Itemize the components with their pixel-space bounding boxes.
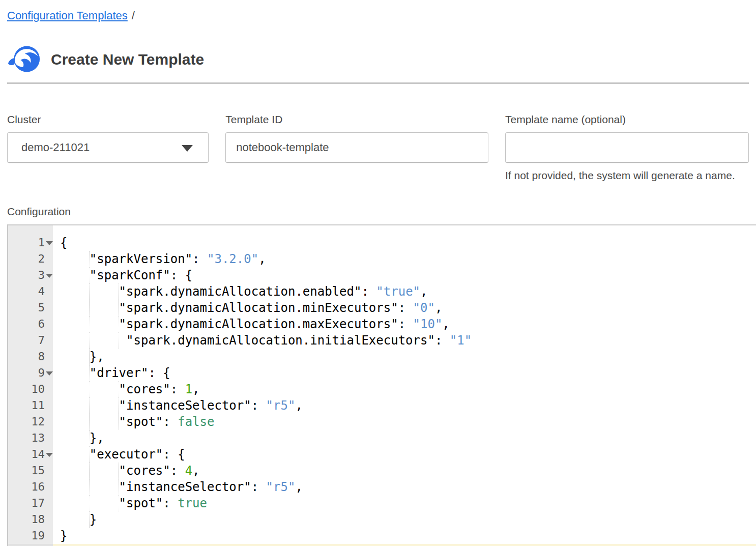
gutter-line-number: 15 [8,463,53,479]
code-line[interactable]: } [53,511,756,528]
indent-guide [90,414,119,430]
code-line[interactable]: "instanceSelector": "r5", [53,397,756,414]
gutter-line-number: 18 [8,511,53,528]
gutter-line-number: 7 [8,332,53,349]
cluster-field: Cluster demo-211021 [7,113,209,182]
indent-guide [60,251,90,267]
gutter-line-number: 8 [8,349,53,365]
code-line[interactable]: "driver": { [53,365,756,381]
cluster-selected-value: demo-211021 [21,141,90,154]
gutter-line-number: 20 [8,544,53,546]
indent-guide [60,397,90,414]
gutter-line-number: 9 [8,365,53,381]
indent-guide [90,495,119,511]
template-id-field: Template ID [225,113,488,182]
code-line[interactable]: "executor": { [53,446,756,463]
template-id-label: Template ID [225,113,488,126]
gutter-line-number: 12 [8,414,53,430]
code-line[interactable]: { [53,235,756,251]
indent-guide [60,283,90,300]
cluster-select[interactable]: demo-211021 [7,132,209,163]
code-line[interactable]: "sparkVersion": "3.2.0", [53,251,756,267]
fold-arrow-icon[interactable] [46,453,53,457]
ocean-logo-icon [7,45,41,74]
gutter-line-number: 11 [8,397,53,414]
indent-guide [90,381,119,397]
indent-guide [60,300,90,316]
code-line[interactable]: "spark.dynamicAllocation.enabled": "true… [53,283,756,300]
gutter-line-number: 4 [8,283,53,300]
fold-arrow-icon[interactable] [46,241,53,245]
template-id-input[interactable] [225,132,488,163]
indent-guide [60,332,90,349]
code-line[interactable]: "cores": 4, [53,463,756,479]
indent-guide [90,332,119,349]
indent-guide [60,495,90,511]
code-line[interactable]: "spot": true [53,495,756,511]
code-line[interactable]: } [53,528,756,544]
indent-guide [60,446,90,463]
code-line[interactable]: "spark.dynamicAllocation.initialExecutor… [53,332,756,349]
code-line[interactable]: "instanceSelector": "r5", [53,479,756,495]
code-line[interactable]: "sparkConf": { [53,267,756,283]
indent-guide [60,381,90,397]
gutter-line-number: 5 [8,300,53,316]
template-form: Cluster demo-211021 Template ID Template… [7,113,749,182]
indent-guide [60,349,90,365]
indent-guide [60,463,90,479]
code-line-active[interactable] [53,544,756,546]
indent-guide [90,316,119,332]
breadcrumb-separator: / [132,9,135,22]
code-line[interactable]: "spot": false [53,414,756,430]
indent-guide [60,267,90,283]
gutter-line-number: 17 [8,495,53,511]
indent-guide [60,479,90,495]
indent-guide [60,316,90,332]
page-title: Create New Template [51,51,204,68]
gutter-line-number: 10 [8,381,53,397]
indent-guide [60,414,90,430]
template-name-label: Template name (optional) [505,113,749,126]
breadcrumb-link[interactable]: Configuration Templates [7,9,128,22]
header-divider [7,82,749,84]
editor-code[interactable]: {"sparkVersion": "3.2.0","sparkConf": {"… [53,225,756,546]
indent-guide [60,511,90,528]
page-header: Create New Template [7,45,749,74]
gutter-line-number: 2 [8,251,53,267]
gutter-line-number: 1 [8,235,53,251]
editor-gutter: 1234567891011121314151617181920 [8,225,53,546]
indent-guide [90,479,119,495]
code-line[interactable]: "cores": 1, [53,381,756,397]
chevron-down-icon [182,145,193,152]
fold-arrow-icon[interactable] [46,274,53,278]
code-line[interactable]: }, [53,430,756,446]
indent-guide [90,463,119,479]
gutter-line-number: 16 [8,479,53,495]
gutter-line-number: 6 [8,316,53,332]
template-name-input[interactable] [505,132,749,163]
indent-guide [90,397,119,414]
fold-arrow-icon[interactable] [46,371,53,376]
gutter-line-number: 19 [8,528,53,544]
indent-guide [90,283,119,300]
code-line[interactable]: "spark.dynamicAllocation.maxExecutors": … [53,316,756,332]
code-line[interactable]: "spark.dynamicAllocation.minExecutors": … [53,300,756,316]
configuration-label: Configuration [7,206,749,218]
gutter-line-number: 14 [8,446,53,463]
cluster-label: Cluster [7,113,209,126]
gutter-line-number: 13 [8,430,53,446]
indent-guide [60,430,90,446]
breadcrumb: Configuration Templates/ [7,9,749,22]
template-name-helper: If not provided, the system will generat… [505,169,749,182]
config-editor[interactable]: 1234567891011121314151617181920 {"sparkV… [7,224,756,546]
indent-guide [90,300,119,316]
gutter-line-number: 3 [8,267,53,283]
code-line[interactable]: }, [53,349,756,365]
indent-guide [60,365,90,381]
template-name-field: Template name (optional) If not provided… [505,113,749,182]
